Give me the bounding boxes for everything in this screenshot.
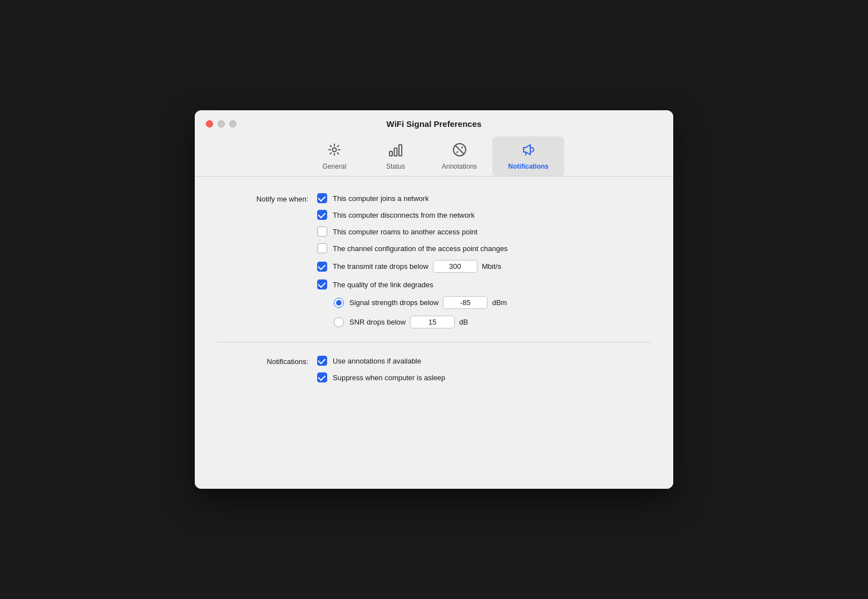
notifications-label: Notifications: <box>217 356 317 366</box>
signal-strength-input[interactable] <box>443 296 487 309</box>
tab-general[interactable]: General <box>304 136 365 176</box>
checkbox-roam-label: This computer roams to another access po… <box>333 228 477 236</box>
maximize-button[interactable] <box>229 120 236 127</box>
snr-input[interactable] <box>410 316 455 328</box>
checkbox-transmit-label: The transmit rate drops below <box>333 262 428 271</box>
checkbox-row-transmit: The transmit rate drops below Mbit/s <box>317 260 507 273</box>
checkbox-suppress[interactable] <box>317 372 327 382</box>
megaphone-icon <box>521 142 536 160</box>
annotations-icon <box>452 142 467 160</box>
notifications-section: Notifications: Use annotations if availa… <box>217 356 651 382</box>
tab-notifications-label: Notifications <box>508 163 549 170</box>
checkbox-row-roam: This computer roams to another access po… <box>317 227 507 237</box>
tab-status[interactable]: Status <box>365 136 426 176</box>
signal-unit: dBm <box>492 298 507 307</box>
gear-icon <box>327 142 342 160</box>
tab-annotations-label: Annotations <box>442 163 477 170</box>
main-window: WiFi Signal Preferences General <box>195 110 673 489</box>
checkbox-disconnect[interactable] <box>317 210 327 220</box>
content-area: Notify me when: This computer joins a ne… <box>195 176 673 489</box>
checkbox-row-suppress: Suppress when computer is asleep <box>317 372 445 382</box>
radio-row-snr: SNR drops below dB <box>334 316 507 328</box>
signal-inline: Signal strength drops below dBm <box>349 296 507 309</box>
notify-label: Notify me when: <box>217 193 317 203</box>
traffic-lights <box>206 120 236 127</box>
radio-signal-label: Signal strength drops below <box>349 298 438 307</box>
tab-general-label: General <box>323 163 347 170</box>
svg-rect-3 <box>399 145 402 156</box>
transmit-unit: Mbit/s <box>482 262 501 271</box>
tab-notifications[interactable]: Notifications <box>492 136 564 176</box>
titlebar: WiFi Signal Preferences General <box>195 110 673 176</box>
checkbox-row-disconnect: This computer disconnects from the netwo… <box>317 210 507 220</box>
checkbox-roam[interactable] <box>317 227 327 237</box>
checkbox-row-annotations: Use annotations if available <box>317 356 445 366</box>
svg-rect-1 <box>389 151 392 156</box>
close-button[interactable] <box>206 120 213 127</box>
radio-snr-label: SNR drops below <box>349 318 406 326</box>
transmit-rate-input[interactable] <box>433 260 477 273</box>
tab-annotations[interactable]: Annotations <box>426 136 492 176</box>
radio-row-signal: Signal strength drops below dBm <box>334 296 507 309</box>
checkbox-disconnect-label: This computer disconnects from the netwo… <box>333 211 475 219</box>
checkbox-channel-label: The channel configuration of the access … <box>333 244 507 253</box>
snr-unit: dB <box>459 318 468 326</box>
notify-checkboxes: This computer joins a network This compu… <box>317 193 507 328</box>
section-divider <box>217 342 651 342</box>
checkbox-quality[interactable] <box>317 279 327 289</box>
svg-rect-2 <box>394 148 397 156</box>
notifications-checkboxes: Use annotations if available Suppress wh… <box>317 356 445 382</box>
snr-inline: SNR drops below dB <box>349 316 468 328</box>
checkbox-suppress-label: Suppress when computer is asleep <box>333 374 445 382</box>
window-title: WiFi Signal Preferences <box>387 119 482 129</box>
checkbox-join[interactable] <box>317 193 327 203</box>
checkbox-annotations[interactable] <box>317 356 327 366</box>
checkbox-quality-label: The quality of the link degrades <box>333 281 433 289</box>
minimize-button[interactable] <box>218 120 225 127</box>
notify-section: Notify me when: This computer joins a ne… <box>217 193 651 328</box>
checkbox-channel[interactable] <box>317 243 327 253</box>
radio-snr[interactable] <box>334 317 344 327</box>
checkbox-join-label: This computer joins a network <box>333 194 429 203</box>
transmit-inline: The transmit rate drops below Mbit/s <box>333 260 501 273</box>
tab-bar: General Status <box>304 136 564 176</box>
tab-status-label: Status <box>386 163 405 170</box>
checkbox-row-quality: The quality of the link degrades <box>317 279 507 289</box>
checkbox-row-join: This computer joins a network <box>317 193 507 203</box>
quality-radio-group: Signal strength drops below dBm SNR drop… <box>334 296 507 328</box>
checkbox-row-channel: The channel configuration of the access … <box>317 243 507 253</box>
checkbox-transmit[interactable] <box>317 262 327 272</box>
status-icon <box>388 142 403 160</box>
checkbox-annotations-label: Use annotations if available <box>333 357 421 365</box>
svg-point-0 <box>332 148 336 152</box>
radio-signal[interactable] <box>334 298 344 308</box>
